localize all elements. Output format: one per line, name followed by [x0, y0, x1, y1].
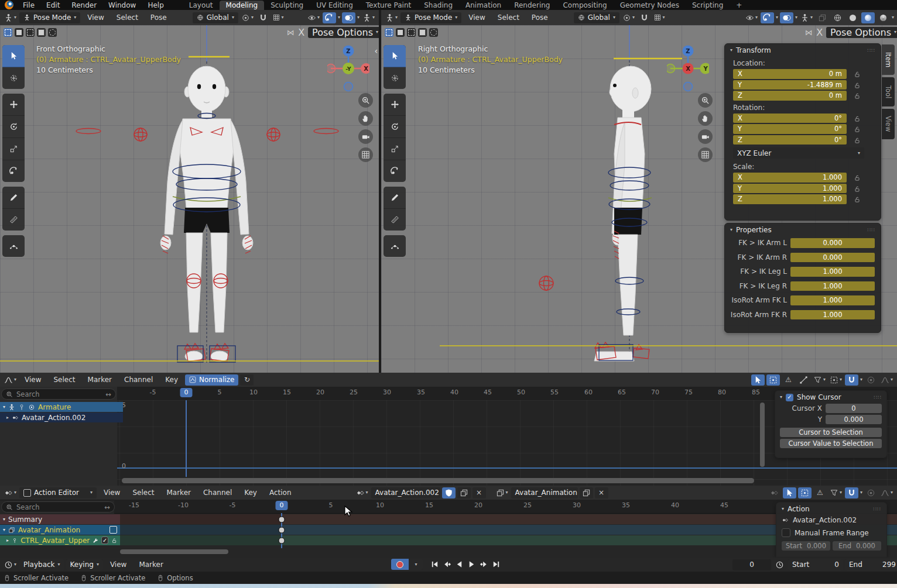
- tool-cursor[interactable]: [2, 67, 25, 89]
- channel-enable-checkbox[interactable]: ✓: [101, 537, 108, 544]
- keying-menu[interactable]: Keying▾: [66, 559, 103, 570]
- sidebar-tab-view[interactable]: View: [882, 109, 895, 139]
- menu-help[interactable]: Help: [142, 1, 169, 9]
- orientation-select[interactable]: Global▾: [574, 12, 619, 23]
- show-errors-icon[interactable]: ⚠: [782, 374, 795, 386]
- normalize-toggle[interactable]: Normalize: [185, 374, 238, 386]
- lock-icon[interactable]: [854, 137, 861, 144]
- dope-search-input[interactable]: Search ↔: [1, 501, 115, 513]
- menu-channel[interactable]: Channel: [119, 376, 158, 384]
- new-animation-copy-icon[interactable]: [580, 487, 593, 498]
- snap-toggle-button[interactable]: [638, 12, 651, 23]
- tool-scale[interactable]: [2, 138, 25, 160]
- pose-options-dropdown[interactable]: Pose Options▾: [826, 27, 897, 38]
- tool-measure[interactable]: [2, 209, 25, 231]
- editor-type-icon[interactable]: ▾: [3, 374, 18, 386]
- lock-icon[interactable]: [854, 92, 861, 99]
- target-icon[interactable]: [28, 404, 35, 411]
- action-browse-icon[interactable]: ▾: [355, 487, 369, 498]
- menu-select[interactable]: Select: [492, 13, 525, 22]
- menu-select[interactable]: Select: [49, 376, 81, 384]
- select-mode-intersect[interactable]: [48, 28, 57, 37]
- pin-icon[interactable]: [18, 404, 25, 411]
- layered-keys-icon[interactable]: [768, 487, 781, 498]
- pan-hand-icon[interactable]: [358, 111, 373, 126]
- graph-h-scrollbar[interactable]: [122, 478, 754, 483]
- menu-view[interactable]: View: [98, 489, 125, 497]
- blender-logo-icon[interactable]: [5, 1, 13, 9]
- graph-playhead[interactable]: [186, 400, 187, 477]
- falloff-curve-icon[interactable]: ▾: [879, 374, 894, 386]
- editor-type-icon[interactable]: ▾: [3, 487, 18, 498]
- tab-geometry-nodes[interactable]: Geometry Nodes: [614, 1, 686, 10]
- panel-grip[interactable]: ∷∷: [868, 227, 875, 233]
- xray-toggle[interactable]: ▾: [799, 12, 814, 23]
- lock-icon[interactable]: [854, 126, 861, 133]
- editor-type-icon[interactable]: ▾: [384, 12, 399, 23]
- tab-rendering[interactable]: Rendering: [508, 1, 556, 10]
- menu-channel[interactable]: Channel: [198, 489, 237, 497]
- menu-view[interactable]: View: [82, 13, 109, 22]
- show-cursor-checkbox[interactable]: ✓: [786, 394, 793, 401]
- normalize-slope-icon[interactable]: [797, 374, 810, 386]
- tab-texture-paint[interactable]: Texture Paint: [360, 1, 417, 10]
- tab-scripting[interactable]: Scripting: [686, 1, 730, 10]
- select-mode-new[interactable]: [385, 28, 393, 37]
- rotation-z-field[interactable]: Z0°: [733, 135, 847, 145]
- manual-frame-range-checkbox[interactable]: [782, 528, 790, 537]
- tool-move[interactable]: [384, 94, 406, 116]
- menu-marker[interactable]: Marker: [83, 376, 117, 384]
- menu-select[interactable]: Select: [127, 489, 159, 497]
- menu-window[interactable]: Window: [102, 1, 142, 9]
- lock-icon[interactable]: [111, 537, 117, 544]
- menu-pose[interactable]: Pose: [526, 13, 553, 22]
- filter-icon[interactable]: ▾: [828, 487, 843, 498]
- frame-end-field[interactable]: End299: [845, 559, 897, 570]
- tab-layout[interactable]: Layout: [183, 1, 220, 10]
- next-keyframe-button[interactable]: [478, 559, 489, 570]
- menu-view[interactable]: View: [463, 13, 490, 22]
- filter-icon[interactable]: ▾: [812, 374, 827, 386]
- select-mode-extend[interactable]: [15, 28, 23, 37]
- pivot-icon[interactable]: ▾: [828, 374, 843, 386]
- visibility-button[interactable]: ▾: [306, 12, 321, 23]
- tool-rotate[interactable]: [384, 116, 406, 138]
- lock-icon[interactable]: [854, 196, 861, 203]
- play-button[interactable]: [465, 559, 477, 570]
- pose-options-dropdown[interactable]: Pose Options▾: [308, 27, 379, 38]
- action-end-field[interactable]: End0.000: [833, 541, 881, 551]
- snap-toggle-button[interactable]: [256, 12, 270, 23]
- keyframe[interactable]: [279, 538, 285, 544]
- show-cursor-title[interactable]: Show Cursor: [797, 393, 841, 401]
- proportional-edit-icon[interactable]: [864, 374, 878, 386]
- channel-ctrl-avatar-upper[interactable]: ▸ CTRL_Avatar_Upper ✓: [0, 535, 120, 545]
- ctrl-strip[interactable]: [114, 535, 282, 545]
- mirror-x-toggle[interactable]: X: [295, 27, 308, 38]
- play-reverse-button[interactable]: [453, 559, 465, 570]
- use-preview-range-icon[interactable]: [773, 559, 786, 570]
- cursor-x-field[interactable]: 0: [826, 404, 882, 413]
- select-mode-intersect[interactable]: [429, 28, 438, 37]
- cursor-to-selection-button[interactable]: Cursor to Selection: [780, 428, 882, 437]
- shading-wireframe-button[interactable]: [831, 12, 844, 23]
- menu-select[interactable]: Select: [111, 13, 143, 22]
- navigation-gizmo[interactable]: Z Y X: [667, 44, 709, 94]
- location-x-field[interactable]: X0 m: [733, 69, 847, 79]
- slot-icon[interactable]: [109, 526, 117, 534]
- tool-transform[interactable]: [2, 160, 25, 182]
- lock-icon[interactable]: [854, 174, 861, 181]
- summary-strip[interactable]: [114, 514, 282, 524]
- proportional-edit-icon[interactable]: [864, 487, 878, 498]
- frame-start-field[interactable]: Start0: [788, 559, 843, 570]
- tab-compositing[interactable]: Compositing: [556, 1, 613, 10]
- snap-settings-button[interactable]: ▾: [272, 12, 285, 23]
- rotation-mode-select[interactable]: XYZ Euler▾: [733, 147, 864, 159]
- rotation-y-field[interactable]: Y0°: [733, 124, 847, 134]
- pivot-point-button[interactable]: ▾: [240, 12, 255, 23]
- overlays-toggle[interactable]: [342, 12, 355, 23]
- tool-scale[interactable]: [384, 138, 406, 160]
- x-mirror-icon[interactable]: ⋈: [287, 28, 295, 37]
- tool-rotate[interactable]: [2, 116, 25, 138]
- new-action-copy-icon[interactable]: [457, 487, 471, 498]
- selection-sync-icon[interactable]: [798, 487, 812, 498]
